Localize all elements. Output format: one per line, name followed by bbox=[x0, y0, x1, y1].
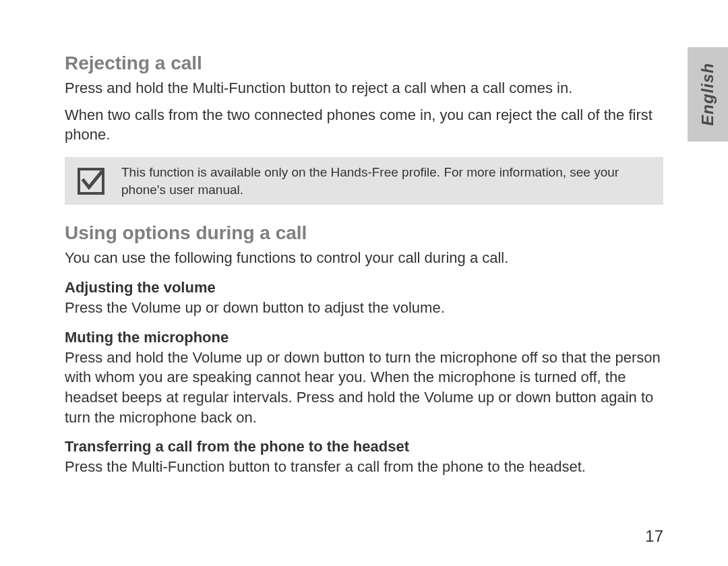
paragraph: Press the Multi-Function button to trans… bbox=[65, 457, 663, 477]
heading-rejecting-call: Rejecting a call bbox=[65, 53, 663, 74]
paragraph: You can use the following functions to c… bbox=[65, 248, 663, 268]
note-box: This function is available only on the H… bbox=[65, 157, 663, 205]
subheading-transferring-call: Transferring a call from the phone to th… bbox=[65, 438, 663, 455]
subheading-adjusting-volume: Adjusting the volume bbox=[65, 279, 663, 296]
manual-page: English Rejecting a call Press and hold … bbox=[0, 0, 728, 566]
paragraph: When two calls from the two connected ph… bbox=[65, 105, 663, 145]
note-text: This function is available only on the H… bbox=[121, 164, 651, 198]
page-number: 17 bbox=[645, 527, 663, 546]
paragraph: Press the Volume up or down button to ad… bbox=[65, 298, 663, 318]
language-tab: English bbox=[688, 47, 728, 142]
paragraph: Press and hold the Multi-Function button… bbox=[65, 78, 663, 98]
subheading-muting-mic: Muting the microphone bbox=[65, 329, 663, 346]
checkbox-checked-icon bbox=[77, 167, 105, 195]
heading-using-options: Using options during a call bbox=[65, 222, 663, 244]
paragraph: Press and hold the Volume up or down but… bbox=[65, 348, 663, 428]
language-tab-label: English bbox=[698, 63, 717, 126]
